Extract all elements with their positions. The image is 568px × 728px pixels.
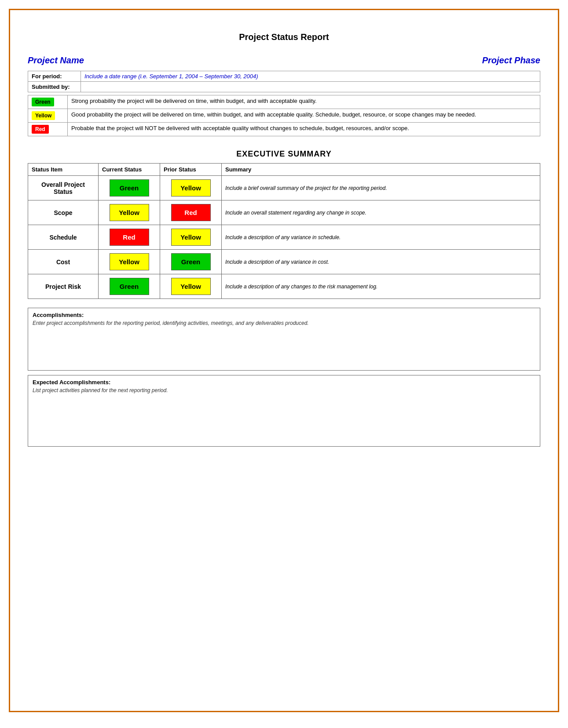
table-row: CostYellowGreenInclude a description of … bbox=[28, 250, 540, 274]
accomplishments-table: Accomplishments: Enter project accomplis… bbox=[28, 308, 540, 371]
col-prior-status: Prior Status bbox=[160, 164, 222, 176]
summary-cell[interactable]: Include a description of any changes to … bbox=[222, 274, 540, 299]
current-status-cell: Green bbox=[99, 274, 160, 299]
status-item-cell: Cost bbox=[28, 250, 99, 274]
expected-accomplishments-title: Expected Accomplishments: bbox=[33, 379, 535, 386]
expected-accomplishments-table: Expected Accomplishments: List project a… bbox=[28, 375, 540, 447]
current-status-badge: Green bbox=[110, 179, 149, 197]
outer-border: Project Status Report Project Name Proje… bbox=[9, 9, 559, 712]
legend-yellow-desc: Good probability the project will be del… bbox=[68, 109, 540, 123]
summary-cell[interactable]: Include a description of any variance in… bbox=[222, 225, 540, 250]
status-item-cell: Project Risk bbox=[28, 274, 99, 299]
submitted-row: Submitted by: bbox=[28, 82, 540, 92]
current-status-cell: Yellow bbox=[99, 250, 160, 274]
legend-yellow-badge-cell: Yellow bbox=[28, 109, 68, 123]
prior-status-badge: Yellow bbox=[171, 278, 211, 295]
prior-status-cell: Green bbox=[160, 250, 222, 274]
accomplishments-title: Accomplishments: bbox=[33, 312, 535, 318]
current-status-cell: Red bbox=[99, 225, 160, 250]
legend-green-desc: Strong probability the project will be d… bbox=[68, 95, 540, 109]
submitted-label: Submitted by: bbox=[28, 82, 81, 92]
period-label: For period: bbox=[28, 71, 81, 82]
expected-accomplishments-body[interactable]: List project activities planned for the … bbox=[33, 386, 535, 412]
current-status-cell: Green bbox=[99, 176, 160, 200]
exec-summary-title: EXECUTIVE SUMMARY bbox=[28, 149, 540, 159]
page-title: Project Status Report bbox=[28, 32, 540, 42]
summary-cell[interactable]: Include an overall statement regarding a… bbox=[222, 200, 540, 225]
current-status-cell: Yellow bbox=[99, 200, 160, 225]
legend-table: Green Strong probability the project wil… bbox=[28, 95, 540, 136]
accomplishments-body[interactable]: Enter project accomplishments for the re… bbox=[33, 318, 535, 345]
project-header: Project Name Project Phase bbox=[28, 55, 540, 66]
prior-status-cell: Red bbox=[160, 200, 222, 225]
summary-cell[interactable]: Include a brief overall summary of the p… bbox=[222, 176, 540, 200]
legend-green-badge-cell: Green bbox=[28, 95, 68, 109]
project-name: Project Name bbox=[28, 55, 84, 66]
exec-table: Status Item Current Status Prior Status … bbox=[28, 163, 540, 299]
table-row: ScheduleRedYellowInclude a description o… bbox=[28, 225, 540, 250]
yellow-badge: Yellow bbox=[32, 111, 55, 120]
legend-red-desc: Probable that the project will NOT be de… bbox=[68, 123, 540, 136]
table-row: Project RiskGreenYellowInclude a descrip… bbox=[28, 274, 540, 299]
period-value[interactable]: Include a date range (i.e. September 1, … bbox=[81, 71, 540, 82]
accomplishments-cell: Accomplishments: Enter project accomplis… bbox=[28, 308, 540, 371]
current-status-badge: Red bbox=[110, 229, 149, 246]
prior-status-cell: Yellow bbox=[160, 176, 222, 200]
prior-status-badge: Yellow bbox=[171, 229, 211, 246]
submitted-value[interactable] bbox=[81, 82, 540, 92]
current-status-badge: Yellow bbox=[110, 204, 149, 221]
current-status-badge: Yellow bbox=[110, 253, 149, 270]
project-phase: Project Phase bbox=[482, 55, 540, 66]
table-row: Overall ProjectStatusGreenYellowInclude … bbox=[28, 176, 540, 200]
prior-status-badge: Green bbox=[171, 253, 211, 270]
legend-yellow-row: Yellow Good probability the project will… bbox=[28, 109, 540, 123]
legend-red-row: Red Probable that the project will NOT b… bbox=[28, 123, 540, 136]
col-current-status: Current Status bbox=[99, 164, 160, 176]
green-badge: Green bbox=[32, 98, 54, 106]
status-item-cell: Schedule bbox=[28, 225, 99, 250]
expected-accomplishments-row: Expected Accomplishments: List project a… bbox=[28, 375, 540, 447]
status-item-cell: Scope bbox=[28, 200, 99, 225]
legend-red-badge-cell: Red bbox=[28, 123, 68, 136]
status-item-cell: Overall ProjectStatus bbox=[28, 176, 99, 200]
table-row: ScopeYellowRedInclude an overall stateme… bbox=[28, 200, 540, 225]
period-row: For period: Include a date range (i.e. S… bbox=[28, 71, 540, 82]
prior-status-badge: Red bbox=[171, 204, 211, 221]
prior-status-cell: Yellow bbox=[160, 274, 222, 299]
accomplishments-row: Accomplishments: Enter project accomplis… bbox=[28, 308, 540, 371]
prior-status-cell: Yellow bbox=[160, 225, 222, 250]
current-status-badge: Green bbox=[110, 278, 149, 295]
red-badge: Red bbox=[32, 125, 49, 134]
summary-cell[interactable]: Include a description of any variance in… bbox=[222, 250, 540, 274]
prior-status-badge: Yellow bbox=[171, 179, 211, 197]
legend-green-row: Green Strong probability the project wil… bbox=[28, 95, 540, 109]
exec-table-header: Status Item Current Status Prior Status … bbox=[28, 164, 540, 176]
expected-accomplishments-cell: Expected Accomplishments: List project a… bbox=[28, 375, 540, 447]
col-status-item: Status Item bbox=[28, 164, 99, 176]
col-summary: Summary bbox=[222, 164, 540, 176]
info-table: For period: Include a date range (i.e. S… bbox=[28, 71, 540, 92]
